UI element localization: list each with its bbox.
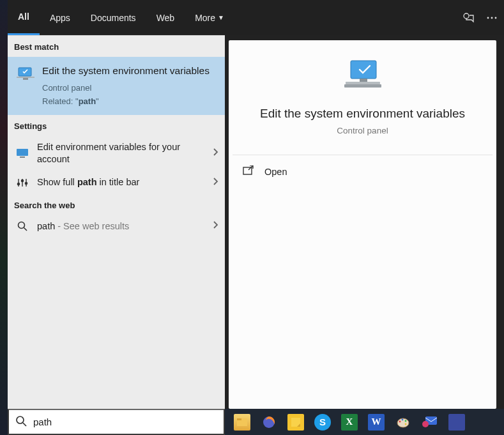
preview-panel: Edit the system environment variables Co…: [229, 40, 496, 409]
tab-all[interactable]: All: [8, 0, 40, 35]
svg-point-12: [19, 222, 25, 229]
svg-rect-6: [23, 78, 28, 80]
svg-rect-20: [237, 418, 241, 420]
web-result-item[interactable]: path - See web results: [8, 215, 225, 238]
ellipsis-icon[interactable]: [486, 12, 498, 24]
svg-point-24: [399, 420, 401, 422]
taskbar-explorer[interactable]: [234, 414, 250, 431]
svg-rect-14: [360, 79, 367, 82]
chevron-right-icon: [212, 220, 218, 232]
svg-point-1: [487, 17, 489, 19]
settings-item-show-full-path[interactable]: Show full path in title bar: [8, 171, 225, 194]
search-icon: [15, 415, 27, 429]
tab-more[interactable]: More ▼: [185, 0, 234, 35]
svg-rect-13: [351, 61, 376, 79]
tab-all-label: All: [18, 11, 29, 22]
search-web-header: Search the web: [8, 194, 225, 215]
best-match-header: Best match: [8, 36, 225, 57]
chevron-right-icon: [212, 148, 218, 159]
control-panel-large-icon: [229, 40, 496, 96]
svg-point-25: [402, 418, 404, 420]
settings-item-edit-user-env[interactable]: Edit environment variables for your acco…: [8, 136, 225, 171]
search-icon: [15, 221, 29, 231]
svg-rect-8: [20, 156, 25, 158]
taskbar-other[interactable]: [448, 414, 465, 431]
taskbar-paint[interactable]: [395, 414, 411, 431]
settings-item-label: Edit environment variables for your acco…: [37, 141, 204, 166]
svg-point-11: [25, 182, 27, 184]
open-label: Open: [264, 167, 287, 177]
svg-rect-5: [17, 77, 34, 78]
svg-point-27: [405, 423, 407, 425]
desktop-left-strip: [0, 0, 8, 435]
svg-point-29: [422, 421, 429, 427]
monitor-icon: [15, 148, 29, 158]
svg-point-2: [491, 17, 493, 19]
search-box[interactable]: [8, 409, 225, 435]
svg-point-18: [17, 416, 24, 424]
tab-web[interactable]: Web: [146, 0, 185, 35]
settings-header: Settings: [8, 115, 225, 136]
svg-point-9: [17, 183, 19, 185]
taskbar: S X W: [225, 409, 504, 435]
best-match-subtitle: Control panel: [42, 83, 210, 93]
svg-point-26: [405, 420, 407, 422]
results-panel: Best match Edit the system environment v…: [8, 35, 225, 409]
tab-apps[interactable]: Apps: [40, 0, 80, 35]
chevron-right-icon: [212, 177, 218, 188]
preview-subtitle: Control panel: [229, 126, 496, 135]
search-input[interactable]: [33, 416, 217, 427]
tab-documents-label: Documents: [91, 13, 136, 23]
svg-rect-16: [344, 84, 381, 88]
sliders-icon: [15, 178, 29, 188]
control-panel-icon: [17, 67, 34, 81]
best-match-title: Edit the system environment variables: [42, 65, 210, 78]
feedback-icon[interactable]: [462, 11, 475, 24]
chevron-down-icon: ▼: [218, 14, 224, 21]
taskbar-excel[interactable]: X: [341, 414, 358, 431]
svg-rect-7: [17, 149, 28, 156]
web-result-label: path - See web results: [37, 220, 204, 233]
tab-more-label: More: [195, 13, 215, 23]
svg-point-10: [21, 179, 23, 181]
taskbar-word[interactable]: W: [368, 414, 385, 431]
open-action[interactable]: Open: [229, 155, 496, 188]
open-icon: [243, 165, 254, 178]
svg-point-0: [464, 13, 469, 19]
taskbar-firefox[interactable]: [261, 414, 277, 431]
svg-rect-15: [346, 82, 380, 84]
settings-item-label: Show full path in title bar: [37, 176, 204, 189]
tab-apps-label: Apps: [50, 13, 70, 23]
taskbar-mail[interactable]: [422, 414, 438, 431]
svg-point-3: [495, 17, 497, 19]
best-match-related: Related: "path": [42, 96, 210, 106]
tab-documents[interactable]: Documents: [80, 0, 146, 35]
taskbar-sticky-notes[interactable]: [287, 414, 304, 431]
tab-web-label: Web: [157, 13, 175, 23]
best-match-item[interactable]: Edit the system environment variables Co…: [8, 57, 225, 115]
search-filter-tabbar: All Apps Documents Web More ▼: [8, 0, 504, 35]
preview-title: Edit the system environment variables: [229, 107, 496, 121]
taskbar-skype[interactable]: S: [314, 414, 331, 431]
